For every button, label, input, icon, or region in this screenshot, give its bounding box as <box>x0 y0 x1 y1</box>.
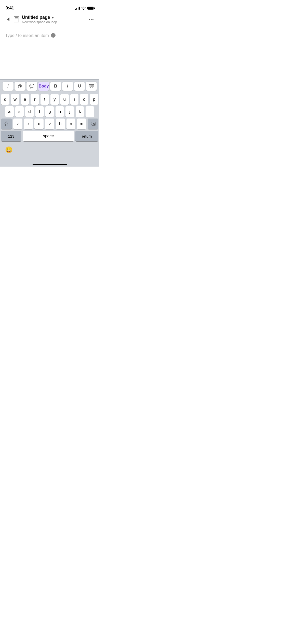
key-u[interactable]: u <box>60 94 69 105</box>
page-document-icon <box>14 16 19 22</box>
space-key[interactable]: space <box>23 131 74 141</box>
status-bar: 9:41 <box>0 0 99 13</box>
key-e[interactable]: e <box>21 94 29 105</box>
key-q[interactable]: q <box>1 94 9 105</box>
bold-icon: B <box>54 84 57 89</box>
key-s[interactable]: s <box>15 106 24 117</box>
nav-title-group: Untitled page New workspace on loop <box>22 15 57 24</box>
keyboard-row-1: q w e r t y u i o p <box>0 93 99 105</box>
wifi-icon <box>82 7 86 10</box>
key-c[interactable]: c <box>34 119 44 129</box>
nav-bar: Untitled page New workspace on loop <box>0 13 99 26</box>
svg-rect-1 <box>89 85 90 85</box>
key-r[interactable]: r <box>31 94 39 105</box>
italic-icon: I <box>67 84 68 89</box>
key-b[interactable]: b <box>56 119 65 129</box>
svg-rect-0 <box>89 84 94 87</box>
battery-icon <box>87 7 94 10</box>
svg-rect-5 <box>89 86 90 86</box>
keyboard-dismiss-button[interactable] <box>86 82 97 91</box>
more-dot-1 <box>89 19 90 20</box>
mention-button[interactable]: @ <box>15 82 25 91</box>
comment-button[interactable]: 💬 <box>26 82 37 91</box>
key-j[interactable]: j <box>65 106 74 117</box>
more-dot-3 <box>92 19 93 20</box>
format-toolbar: / @ 💬 Body B I U <box>0 79 99 93</box>
shift-icon <box>4 122 8 126</box>
at-icon: @ <box>18 84 22 89</box>
back-chevron-icon <box>7 18 9 21</box>
numbers-key[interactable]: 123 <box>1 131 21 141</box>
delete-icon <box>90 122 96 126</box>
content-area[interactable]: Type / to insert an item <box>0 26 99 79</box>
page-title: Untitled page <box>22 15 50 20</box>
key-m[interactable]: m <box>77 119 86 129</box>
cursor-indicator <box>51 33 56 38</box>
emoji-bar: 😀 <box>0 143 99 162</box>
key-w[interactable]: w <box>11 94 19 105</box>
chevron-down-icon <box>51 17 54 19</box>
key-t[interactable]: t <box>40 94 49 105</box>
status-time: 9:41 <box>6 6 14 11</box>
keyboard-icon <box>89 84 94 88</box>
key-o[interactable]: o <box>80 94 88 105</box>
nav-title-row[interactable]: Untitled page <box>22 15 57 20</box>
key-g[interactable]: g <box>45 106 54 117</box>
key-x[interactable]: x <box>24 119 33 129</box>
underline-button[interactable]: U <box>74 82 85 91</box>
key-i[interactable]: i <box>70 94 79 105</box>
more-dot-2 <box>91 19 92 20</box>
numbers-label: 123 <box>8 134 14 138</box>
workspace-subtitle: New workspace on loop <box>22 20 57 24</box>
svg-rect-6 <box>90 86 92 86</box>
key-p[interactable]: p <box>90 94 98 105</box>
slash-insert-button[interactable]: / <box>3 82 13 91</box>
svg-rect-4 <box>92 85 93 85</box>
key-v[interactable]: v <box>45 119 54 129</box>
body-label: Body <box>39 84 49 89</box>
return-key[interactable]: return <box>75 131 98 141</box>
shift-key[interactable] <box>1 119 12 129</box>
home-indicator <box>33 164 67 165</box>
more-options-button[interactable] <box>87 15 95 23</box>
key-n[interactable]: n <box>66 119 76 129</box>
underline-icon: U <box>78 84 81 89</box>
key-h[interactable]: h <box>56 106 64 117</box>
keyboard-bottom-row: 123 space return <box>0 129 99 143</box>
space-label: space <box>43 134 54 138</box>
key-f[interactable]: f <box>35 106 44 117</box>
svg-rect-3 <box>91 85 92 85</box>
keyboard-row-3: z x c v b n m <box>0 117 99 129</box>
delete-key[interactable] <box>88 119 98 129</box>
body-style-button[interactable]: Body <box>38 82 49 91</box>
return-label: return <box>82 134 92 138</box>
home-indicator-row <box>0 162 99 167</box>
key-d[interactable]: d <box>25 106 34 117</box>
svg-rect-7 <box>92 86 93 86</box>
keyboard-row-2: a s d f g h j k l <box>0 105 99 117</box>
italic-button[interactable]: I <box>62 82 73 91</box>
back-button[interactable] <box>4 15 12 23</box>
keyboard: q w e r t y u i o p a s d f g h j k l z … <box>0 93 99 143</box>
signal-icon <box>75 7 80 10</box>
nav-left: Untitled page New workspace on loop <box>4 15 87 24</box>
key-y[interactable]: y <box>50 94 59 105</box>
key-z[interactable]: z <box>13 119 22 129</box>
bold-button[interactable]: B <box>50 82 61 91</box>
editor-placeholder: Type / to insert an item <box>5 32 49 38</box>
key-l[interactable]: l <box>86 106 94 117</box>
emoji-icon: 😀 <box>5 146 13 153</box>
comment-icon: 💬 <box>29 84 34 89</box>
svg-rect-2 <box>90 85 91 85</box>
slash-icon: / <box>7 84 8 89</box>
status-icons <box>75 7 94 10</box>
key-k[interactable]: k <box>76 106 84 117</box>
emoji-button[interactable]: 😀 <box>4 145 14 155</box>
key-a[interactable]: a <box>5 106 14 117</box>
